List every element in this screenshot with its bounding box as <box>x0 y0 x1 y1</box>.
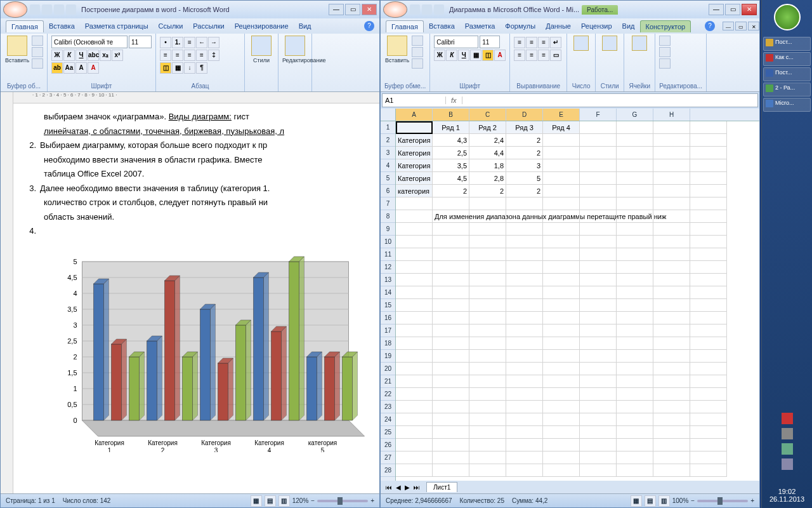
cell[interactable] <box>690 236 727 248</box>
cell[interactable]: 4,4 <box>469 147 506 159</box>
view-page-layout-button[interactable]: ▤ <box>645 495 656 507</box>
cell[interactable] <box>433 197 469 210</box>
cell[interactable] <box>580 426 617 439</box>
cell[interactable] <box>469 439 506 451</box>
cell[interactable] <box>433 337 469 350</box>
office-button[interactable] <box>383 1 407 18</box>
help-icon[interactable]: ? <box>705 21 715 31</box>
zoom-in-button[interactable]: + <box>750 497 754 504</box>
cell[interactable]: Ряд 3 <box>506 121 543 134</box>
row-header[interactable]: 25 <box>381 426 395 439</box>
cell-styles-button[interactable] <box>599 36 620 74</box>
cells-button[interactable] <box>628 36 651 74</box>
cell[interactable] <box>469 375 506 388</box>
tab-references[interactable]: Ссылки <box>154 20 188 32</box>
bold-button[interactable]: Ж <box>434 50 445 61</box>
tray-network-icon[interactable] <box>782 443 793 455</box>
copy-icon[interactable] <box>32 47 43 57</box>
cell[interactable] <box>543 185 580 197</box>
sheet-tab[interactable]: Лист1 <box>426 482 457 492</box>
row-header[interactable]: 13 <box>381 274 395 286</box>
cell[interactable] <box>506 337 543 350</box>
underline-button[interactable]: Ч <box>458 50 469 61</box>
cell[interactable] <box>653 375 690 388</box>
cell[interactable] <box>433 413 469 426</box>
zoom-level[interactable]: 100% <box>672 497 689 504</box>
tab-review[interactable]: Рецензир <box>576 20 617 32</box>
cell[interactable] <box>506 401 543 413</box>
cell[interactable] <box>690 363 727 375</box>
cell[interactable] <box>690 185 727 197</box>
cell[interactable] <box>543 312 580 324</box>
sheet-nav-last-icon[interactable]: ⏭ <box>414 484 420 491</box>
cell[interactable] <box>690 210 727 223</box>
cell[interactable] <box>396 312 433 324</box>
cell[interactable] <box>653 197 690 210</box>
cell[interactable] <box>433 388 469 401</box>
cell[interactable] <box>653 363 690 375</box>
cell[interactable] <box>469 312 506 324</box>
cell[interactable] <box>690 248 727 261</box>
cell[interactable]: 3,5 <box>433 159 469 172</box>
cell[interactable] <box>580 147 617 159</box>
cell[interactable] <box>469 261 506 274</box>
align-right-button[interactable]: ≡ <box>538 50 549 61</box>
row-header[interactable]: 19 <box>381 350 395 363</box>
row-header[interactable]: 1 <box>381 121 395 134</box>
font-size-combo[interactable]: 11 <box>480 36 500 48</box>
cell[interactable] <box>469 388 506 401</box>
italic-button[interactable]: К <box>63 50 75 61</box>
workbook-restore-button[interactable]: ▭ <box>735 22 747 30</box>
cell[interactable] <box>617 121 653 134</box>
cell[interactable] <box>506 413 543 426</box>
cell[interactable]: 4,5 <box>433 172 469 185</box>
zoom-slider[interactable] <box>697 500 748 502</box>
view-web-button[interactable]: ▥ <box>278 495 290 507</box>
cell[interactable] <box>543 401 580 413</box>
cell[interactable] <box>617 185 653 197</box>
cell[interactable] <box>617 401 653 413</box>
clear-icon[interactable] <box>659 58 671 69</box>
cell[interactable]: 2 <box>506 134 543 147</box>
cell[interactable] <box>469 286 506 299</box>
font-name-combo[interactable]: Calibri (Основной те <box>51 36 128 48</box>
column-header[interactable]: H <box>653 109 690 121</box>
cell[interactable] <box>690 121 727 134</box>
save-icon[interactable] <box>410 4 420 15</box>
cell[interactable] <box>580 261 617 274</box>
cell[interactable] <box>653 210 690 223</box>
grow-font-button[interactable]: A <box>75 62 87 74</box>
cut-icon[interactable] <box>412 36 423 46</box>
cell[interactable] <box>617 261 653 274</box>
cell[interactable] <box>396 464 433 477</box>
cell[interactable]: Категория 1 <box>396 134 433 147</box>
borders-button[interactable]: ▦ <box>172 62 183 74</box>
cell[interactable] <box>469 426 506 439</box>
cell[interactable] <box>433 261 469 274</box>
cell[interactable] <box>617 312 653 324</box>
cell[interactable] <box>580 197 617 210</box>
taskbar-item[interactable]: Пост... <box>763 37 811 51</box>
cell[interactable] <box>580 464 617 477</box>
border-button[interactable]: ▦ <box>470 50 481 61</box>
row-header[interactable]: 20 <box>381 363 395 375</box>
cell[interactable] <box>469 363 506 375</box>
word-titlebar[interactable]: Построение диаграмм в word - Microsoft W… <box>1 1 379 18</box>
styles-button[interactable]: Стили <box>249 36 274 74</box>
cell[interactable] <box>433 439 469 451</box>
row-header[interactable]: 8 <box>381 210 395 223</box>
strike-button[interactable]: abc <box>88 50 99 61</box>
close-button[interactable]: ✕ <box>362 4 377 15</box>
cell[interactable] <box>396 413 433 426</box>
font-color-button[interactable]: A <box>494 50 506 61</box>
bullets-button[interactable]: • <box>160 37 171 48</box>
autosum-icon[interactable] <box>659 36 671 46</box>
cell[interactable]: 3 <box>506 159 543 172</box>
select-all-button[interactable] <box>381 109 396 121</box>
cell[interactable] <box>617 223 653 236</box>
column-header[interactable]: F <box>580 109 617 121</box>
cell[interactable] <box>690 464 727 477</box>
cell[interactable] <box>469 299 506 312</box>
cell[interactable] <box>653 312 690 324</box>
cell[interactable] <box>690 451 727 464</box>
